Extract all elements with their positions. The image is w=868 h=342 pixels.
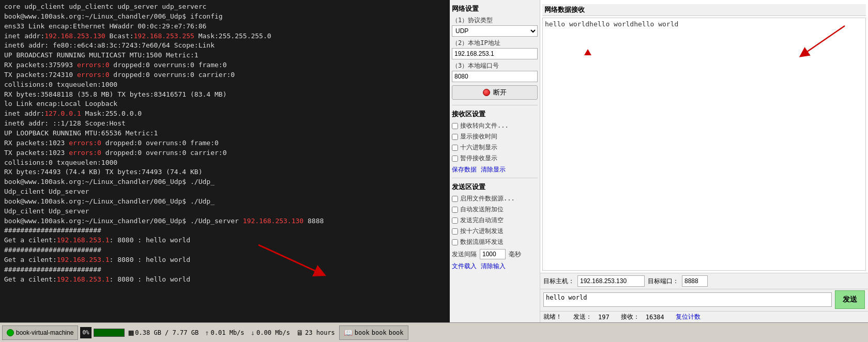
terminal-line: book@www.100ask.org:~/Linux_chandler/006… <box>4 12 446 22</box>
receive-checkbox-3[interactable]: 十六进制显示 <box>452 143 538 152</box>
target-host-input[interactable] <box>577 275 645 287</box>
user1: book <box>355 329 370 336</box>
terminal-line: book@www.100ask.org:~/Linux_chandler/006… <box>4 216 446 226</box>
disconnect-icon <box>483 89 490 96</box>
terminal-line: lo Link encap:Local Loopback <box>4 99 446 109</box>
interval-unit: 毫秒 <box>509 250 521 259</box>
terminal-line: UP BROADCAST RUNNING MULTICAST MTU:1500 … <box>4 51 446 60</box>
terminal-line: ######################## <box>4 226 446 236</box>
memory-stat: ▦ 0.38 GB / 7.77 GB <box>127 328 201 337</box>
terminal-line: Get a cilent:192.168.253.1: 8080 : hello… <box>4 255 446 265</box>
clear-input-link[interactable]: 清除输入 <box>481 262 506 271</box>
svg-line-3 <box>803 26 845 54</box>
reset-count-button[interactable]: 复位计数 <box>676 313 701 321</box>
protocol-select[interactable]: UDP <box>452 25 538 37</box>
user2: book <box>372 329 387 336</box>
vm-name-button[interactable]: book-virtual-machine <box>2 325 78 340</box>
bottom-row: 目标主机： 目标端口： <box>540 273 868 289</box>
receive-value: 16384 <box>646 314 664 321</box>
net-receive-panel: 网络数据接收 hello worldhello worldhello world <box>540 0 868 273</box>
stats-bar: 就绪！ 发送： 197 接收： 16384 复位计数 <box>540 311 868 322</box>
send-row: 发送 <box>540 289 868 311</box>
local-ip-input[interactable] <box>452 48 538 59</box>
local-port-label: （3）本地端口号 <box>452 61 538 70</box>
net-receive-content: hello worldhello worldhello world <box>545 20 678 28</box>
download-value: 0.00 Mb/s <box>256 329 290 336</box>
send-checkbox-5[interactable]: 数据流循环发送 <box>452 238 538 246</box>
red-triangle <box>584 49 591 55</box>
terminal-line: RX bytes:35848118 (35.8 MB) TX bytes:834… <box>4 90 446 100</box>
terminal-line: collisions:0 txqueuelen:1000 <box>4 80 446 90</box>
upload-icon: ↑ <box>205 329 209 337</box>
terminal-line: inet6 addr: fe80::e6c4:a8:3c:7243:7e60/6… <box>4 41 446 51</box>
send-checkbox-2[interactable]: 自动发送附加位 <box>452 205 538 214</box>
receive-checkbox-1[interactable]: 接收转向文件... <box>452 121 538 130</box>
terminal-line: inet addr:127.0.0.1 Mask:255.0.0.0 <box>4 109 446 119</box>
target-port-label: 目标端口： <box>648 277 679 286</box>
terminal-line: ens33 Link encap:Ethernet HWaddr 00:0c:2… <box>4 22 446 32</box>
settings-panel: 网络设置 （1）协议类型 UDP （2）本地IP地址 （3）本地端口号 断开 接… <box>450 0 540 322</box>
terminal-line: RX packets:1023 errors:0 dropped:0 overr… <box>4 138 446 148</box>
local-ip-label: （2）本地IP地址 <box>452 39 538 48</box>
display-icon: 🖥 <box>296 329 303 337</box>
download-icon: ↓ <box>251 329 255 337</box>
send-checkbox-3[interactable]: 发送完自动清空 <box>452 216 538 225</box>
memory-icon: ▦ <box>129 328 134 337</box>
send-value: 197 <box>598 314 610 321</box>
terminal-line: RX bytes:74493 (74.4 KB) TX bytes:74493 … <box>4 167 446 177</box>
interval-input[interactable] <box>480 249 506 259</box>
vm-icon <box>7 329 14 336</box>
terminal-line: TX packets:1023 errors:0 dropped:0 overr… <box>4 148 446 158</box>
user-icon: 📖 <box>344 329 353 337</box>
terminal-line: UP LOOPBACK RUNNING MTU:65536 Metric:1 <box>4 129 446 138</box>
terminal-line: Get a cilent:192.168.253.1: 8080 : hello… <box>4 275 446 285</box>
upload-stat: ↑ 0.01 Mb/s <box>203 329 246 337</box>
time-value: 23 hours <box>305 329 335 336</box>
send-button[interactable]: 发送 <box>835 290 865 309</box>
net-settings-title: 网络设置 <box>452 4 538 13</box>
user-info: 📖 book book book <box>339 325 408 340</box>
user3: book <box>389 329 404 336</box>
disconnect-label: 断开 <box>493 88 507 97</box>
target-port-input[interactable] <box>682 275 708 287</box>
terminal-line: RX packets:375993 errors:0 dropped:0 ove… <box>4 60 446 70</box>
receive-checkbox-4[interactable]: 暂停接收显示 <box>452 154 538 163</box>
disconnect-button[interactable]: 断开 <box>452 85 538 100</box>
cpu-bar <box>94 329 125 337</box>
local-port-input[interactable] <box>452 71 538 82</box>
send-textarea[interactable] <box>543 292 832 307</box>
terminal-line: Udp_cilent Udp_server <box>4 187 446 197</box>
cpu-percent: 0% <box>80 327 91 338</box>
terminal-line: book@www.100ask.org:~/Linux_chandler/006… <box>4 197 446 207</box>
display-icon-stat: 🖥 23 hours <box>294 329 337 337</box>
receive-label: 接收： <box>621 313 639 321</box>
send-checkbox-1[interactable]: 启用文件数据源... <box>452 194 538 203</box>
interval-label: 发送间隔 <box>452 250 477 259</box>
terminal-line: ######################## <box>4 265 446 275</box>
terminal: core udp_client udp_clientc udp_server u… <box>0 0 450 322</box>
taskbar: book-virtual-machine 0% ▦ 0.38 GB / 7.77… <box>0 322 868 342</box>
download-stat: ↓ 0.00 Mb/s <box>249 329 292 337</box>
save-data-link[interactable]: 保存数据 <box>452 165 477 174</box>
terminal-line: inet addr:192.168.253.130 Bcast:192.168.… <box>4 32 446 41</box>
file-load-link[interactable]: 文件载入 <box>452 262 477 271</box>
clear-display-link[interactable]: 清除显示 <box>481 165 506 174</box>
protocol-label: （1）协议类型 <box>452 16 538 25</box>
send-checkbox-4[interactable]: 按十六进制发送 <box>452 227 538 236</box>
terminal-line: core udp_client udp_clientc udp_server u… <box>4 2 446 12</box>
receive-arrow <box>793 23 855 65</box>
receive-settings-title: 接收区设置 <box>452 110 538 119</box>
receive-checkbox-2[interactable]: 显示接收时间 <box>452 132 538 141</box>
ok-status: 就绪！ <box>543 313 562 321</box>
terminal-line: book@www.100ask.org:~/Linux_chandler/006… <box>4 177 446 187</box>
net-receive-title: 网络数据接收 <box>542 4 866 16</box>
vm-name-label: book-virtual-machine <box>16 329 73 336</box>
terminal-line: ######################## <box>4 245 446 255</box>
terminal-line: Udp_cilent Udp_server <box>4 207 446 216</box>
terminal-line: TX packets:724310 errors:0 dropped:0 ove… <box>4 70 446 80</box>
send-label: 发送： <box>573 313 592 321</box>
net-receive-display: hello worldhello worldhello world <box>542 18 866 271</box>
memory-value: 0.38 GB / 7.77 GB <box>135 329 199 336</box>
terminal-line: collisions:0 txqueuelen:1000 <box>4 158 446 168</box>
target-host-label: 目标主机： <box>543 277 574 286</box>
